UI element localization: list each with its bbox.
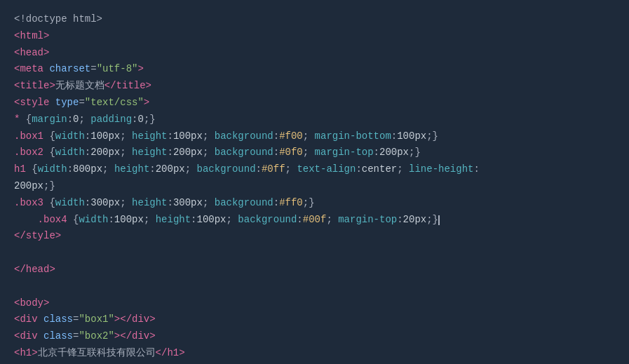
code-line	[14, 278, 615, 295]
code-line: .box1 {width:100px; height:100px; backgr…	[14, 128, 615, 145]
code-line: <!doctype html>	[14, 11, 615, 28]
code-line: </style>	[14, 228, 615, 245]
code-line: 200px;}	[14, 178, 615, 195]
code-line: .box2 {width:200px; height:200px; backgr…	[14, 144, 615, 161]
code-line: .box3 {width:300px; height:300px; backgr…	[14, 195, 615, 212]
code-line: <style type="text/css">	[14, 95, 615, 112]
code-line: <h1>北京千锋互联科技有限公司</h1>	[14, 345, 615, 362]
code-line: </head>	[14, 262, 615, 278]
code-line: <body>	[14, 295, 615, 312]
code-line: .box4 {width:100px; height:100px; backgr…	[14, 212, 615, 229]
code-line: <div class="box2"></div>	[14, 328, 615, 345]
code-line: h1 {width:800px; height:200px; backgroun…	[14, 161, 615, 178]
code-line	[14, 245, 615, 262]
code-line: <meta charset="utf-8">	[14, 61, 615, 78]
code-line: <title>无标题文档</title>	[14, 78, 615, 95]
code-line: <div class="box1"></div>	[14, 311, 615, 328]
code-editor: <!doctype html> <html> <head> <meta char…	[14, 11, 615, 364]
code-line: <html>	[14, 28, 615, 45]
code-line: * {margin:0; padding:0;}	[14, 112, 615, 128]
code-line: <head>	[14, 45, 615, 62]
